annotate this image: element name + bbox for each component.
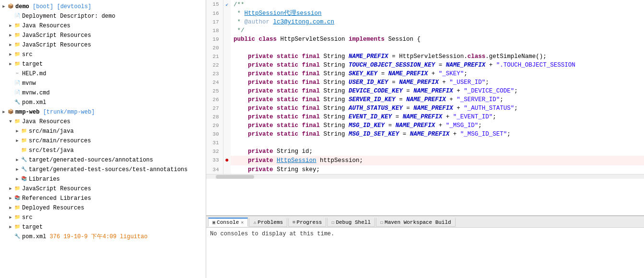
table-row: 15 ↙ /** bbox=[206, 0, 644, 9]
tab-progress[interactable]: ⊞ Progress bbox=[288, 218, 326, 227]
tree-item-deploy-desc[interactable]: 📄 Deployment Descriptor: demo bbox=[0, 12, 206, 21]
scrollbar-thumb bbox=[216, 175, 254, 179]
line-number: 20 bbox=[206, 44, 223, 52]
tree-item-target2[interactable]: ▶ 📁 target bbox=[0, 222, 206, 232]
tree-item-src2[interactable]: ▶ 📁 src bbox=[0, 213, 206, 222]
tree-label-java-res: Java Resources bbox=[22, 22, 70, 30]
tree-label-deployed-res2: Deployed Resources bbox=[22, 204, 84, 212]
tab-debug-shell[interactable]: ☐ Debug Shell bbox=[327, 218, 375, 227]
tree-label-deploy-desc: Deployment Descriptor: demo bbox=[22, 12, 115, 21]
tree-item-java-res2[interactable]: ▼ 📁 Java Resources bbox=[0, 117, 206, 127]
line-number: 27 bbox=[206, 104, 223, 113]
icon-mvnw: 📄 bbox=[13, 80, 21, 87]
tab-problems-label: Problems bbox=[258, 220, 283, 225]
tree-item-src-main-java[interactable]: ▶ 📁 src/main/java bbox=[0, 127, 206, 136]
table-row: 34 private String skey; bbox=[206, 165, 644, 174]
line-number: 26 bbox=[206, 95, 223, 104]
code-table: 15 ↙ /** 16 * HttpSession代理session 17 * … bbox=[206, 0, 644, 174]
scrollbar-horizontal[interactable] bbox=[206, 174, 644, 179]
tree-item-mvnw-cmd[interactable]: 📄 mvnw.cmd bbox=[0, 88, 206, 98]
line-marker bbox=[223, 95, 231, 104]
tree-item-src[interactable]: ▶ 📁 src bbox=[0, 50, 206, 59]
table-row: 25 private static final String DEVICE_CO… bbox=[206, 87, 644, 95]
tab-console[interactable]: ▣ Console ✕ bbox=[208, 218, 248, 227]
icon-js-res: 📁 bbox=[13, 32, 21, 39]
tree-label-libraries: Libraries bbox=[29, 175, 60, 184]
project-icon-demo: 📦 bbox=[7, 3, 14, 11]
tree-item-mvnw[interactable]: 📄 mvnw bbox=[0, 79, 206, 88]
line-content: private static final String USER_ID_KEY … bbox=[231, 78, 644, 87]
tree-label-mmp-web: mmp-web [trunk/mmp-web] bbox=[15, 108, 95, 116]
tree-item-target-gen-test[interactable]: ▶ 🔧 target/generated-test-sources/test-a… bbox=[0, 165, 206, 174]
tree-item-js-res[interactable]: ▶ 📁 JavaScript Resources bbox=[0, 31, 206, 40]
tree-item-target-gen-src[interactable]: ▶ 🔧 target/generated-sources/annotations bbox=[0, 155, 206, 165]
line-content: private static final String NAME_PREFIX … bbox=[231, 52, 644, 61]
tree-item-libraries[interactable]: ▶ 📚 Libraries bbox=[0, 174, 206, 184]
line-number: 30 bbox=[206, 130, 223, 139]
icon-target-gen-src: 🔧 bbox=[20, 156, 28, 164]
tab-debug-label: Debug Shell bbox=[336, 220, 371, 225]
tree-label-ref-libraries: Referenced Libraries bbox=[22, 194, 91, 203]
icon-mmp-web: 📦 bbox=[7, 108, 14, 116]
icon-java-res: 📁 bbox=[13, 22, 21, 30]
tree-item-pom-xml2[interactable]: 🔧 pom.xml 376 19-10-9 下午4:09 liguitao bbox=[0, 232, 206, 242]
tree-item-pom-xml[interactable]: 🔧 pom.xml bbox=[0, 98, 206, 107]
line-marker bbox=[223, 9, 231, 18]
icon-src-test-java: 📁 bbox=[20, 147, 28, 154]
tree-label-java-res2: Java Resources bbox=[22, 117, 70, 126]
line-marker bbox=[223, 44, 231, 52]
tab-problems[interactable]: ⚠ Problems bbox=[249, 218, 287, 227]
line-marker bbox=[223, 130, 231, 139]
table-row: 16 * HttpSession代理session bbox=[206, 9, 644, 18]
table-row: 33 ● private HttpSession httpSession; bbox=[206, 156, 644, 165]
line-marker bbox=[223, 26, 231, 35]
tab-maven-label: Maven Workspace Build bbox=[385, 220, 451, 225]
line-marker bbox=[223, 78, 231, 87]
maven-icon: ☐ bbox=[380, 220, 383, 225]
icon-src: 📁 bbox=[13, 51, 21, 58]
tree-item-demo[interactable]: ▶ 📦 demo [boot] [devtools] bbox=[0, 2, 206, 12]
line-marker bbox=[223, 35, 231, 44]
line-content: private String id; bbox=[231, 147, 644, 156]
tree-item-src-test-java[interactable]: 📁 src/test/java bbox=[0, 146, 206, 155]
line-content bbox=[231, 139, 644, 147]
code-editor[interactable]: 15 ↙ /** 16 * HttpSession代理session 17 * … bbox=[206, 0, 644, 216]
table-row: 27 private static final String AUTH_STAT… bbox=[206, 104, 644, 113]
tree-label-help-md: HELP.md bbox=[22, 70, 46, 78]
table-row: 24 private static final String USER_ID_K… bbox=[206, 78, 644, 87]
table-row: 19 public class HttpServletSession imple… bbox=[206, 35, 644, 44]
arrow-java-res2: ▼ bbox=[8, 117, 13, 126]
tree-item-target[interactable]: ▶ 📁 target bbox=[0, 59, 206, 69]
tree-item-deployed-res[interactable]: ▶ 📁 JavaScript Resources bbox=[0, 40, 206, 50]
icon-src2: 📁 bbox=[13, 214, 21, 221]
line-number: 32 bbox=[206, 147, 223, 156]
tree-item-help-md[interactable]: ✂ HELP.md bbox=[0, 69, 206, 79]
table-row: 30 private static final String MSG_ID_SE… bbox=[206, 130, 644, 139]
close-icon[interactable]: ✕ bbox=[241, 220, 244, 225]
line-marker bbox=[223, 121, 231, 130]
tree-label-src-main-resources: src/main/resources bbox=[29, 137, 91, 145]
line-number: 34 bbox=[206, 165, 223, 174]
line-marker bbox=[223, 104, 231, 113]
arrow-target-gen-test: ▶ bbox=[14, 165, 20, 174]
line-content: private static final String EVENT_ID_KEY… bbox=[231, 113, 644, 121]
line-content bbox=[231, 44, 644, 52]
tree-item-mmp-web[interactable]: ▶ 📦 mmp-web [trunk/mmp-web] bbox=[0, 107, 206, 117]
tree-item-ref-libraries[interactable]: ▶ 📚 Referenced Libraries bbox=[0, 194, 206, 203]
problems-icon: ⚠ bbox=[253, 220, 256, 225]
line-marker: ↙ bbox=[223, 0, 231, 9]
tree-item-src-main-resources[interactable]: ▶ 📁 src/main/resources bbox=[0, 136, 206, 146]
tree-item-js-res2[interactable]: ▶ 📁 JavaScript Resources bbox=[0, 184, 206, 194]
tree-label-target-gen-src: target/generated-sources/annotations bbox=[29, 156, 153, 164]
tab-maven-workspace[interactable]: ☐ Maven Workspace Build bbox=[376, 218, 456, 227]
tree-item-java-res[interactable]: ▶ 📁 Java Resources bbox=[0, 21, 206, 31]
line-number: 17 bbox=[206, 18, 223, 26]
project-explorer: ▶ 📦 demo [boot] [devtools] 📄 Deployment … bbox=[0, 0, 206, 278]
line-content: private static final String MSG_ID_SET_K… bbox=[231, 130, 644, 139]
tree-item-deployed-res2[interactable]: ▶ 📁 Deployed Resources bbox=[0, 203, 206, 213]
tree-label-target-gen-test: target/generated-test-sources/test-annot… bbox=[29, 165, 187, 174]
arrow-src-main-java: ▶ bbox=[14, 127, 20, 136]
icon-target-gen-test: 🔧 bbox=[20, 166, 28, 174]
table-row: 23 private static final String SKEY_KEY … bbox=[206, 70, 644, 78]
line-marker bbox=[223, 18, 231, 26]
